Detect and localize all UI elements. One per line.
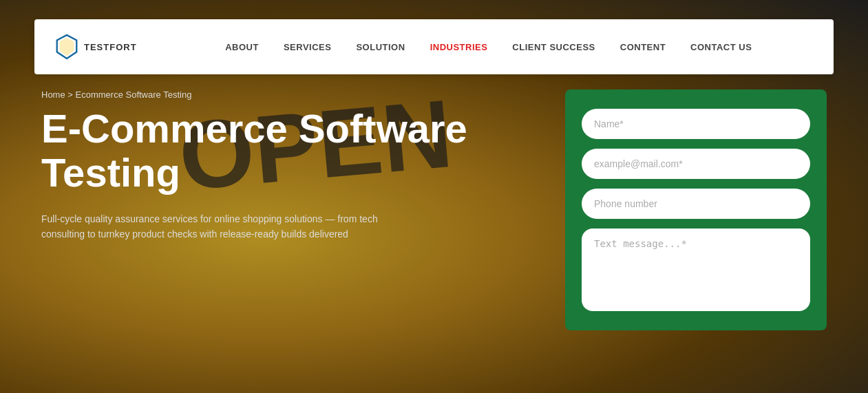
nav-services[interactable]: SERVICES xyxy=(271,42,344,52)
breadcrumb: Home > Ecommerce Software Testing xyxy=(41,89,191,100)
nav-solution[interactable]: SOLUTION xyxy=(343,42,417,52)
breadcrumb-separator: > xyxy=(67,89,73,100)
hero-content: E-Commerce Software Testing Full-cycle q… xyxy=(41,107,482,242)
contact-form-panel xyxy=(565,89,827,330)
nav-content[interactable]: CONTENT xyxy=(608,42,678,52)
breadcrumb-current: Ecommerce Software Testing xyxy=(76,89,192,100)
message-textarea[interactable] xyxy=(582,229,810,311)
nav-about[interactable]: ABOUT xyxy=(213,42,271,52)
logo[interactable]: TESTFORT xyxy=(55,34,137,60)
nav-industries[interactable]: INDUSTRIES xyxy=(418,42,500,52)
logo-icon xyxy=(55,34,78,60)
nav-client-success[interactable]: CLIENT SUCCESS xyxy=(500,42,607,52)
hero-subtitle: Full-cycle quality assurance services fo… xyxy=(41,211,399,242)
email-input[interactable] xyxy=(582,149,810,179)
main-nav: ABOUT SERVICES SOLUTION INDUSTRIES CLIEN… xyxy=(165,42,813,52)
header: TESTFORT ABOUT SERVICES SOLUTION INDUSTR… xyxy=(34,19,834,74)
logo-text: TESTFORT xyxy=(84,42,137,52)
name-input[interactable] xyxy=(582,109,810,139)
nav-contact-us[interactable]: CONTACT US xyxy=(678,42,764,52)
hero-title: E-Commerce Software Testing xyxy=(41,107,482,195)
breadcrumb-home[interactable]: Home xyxy=(41,89,65,100)
phone-input[interactable] xyxy=(582,189,810,219)
